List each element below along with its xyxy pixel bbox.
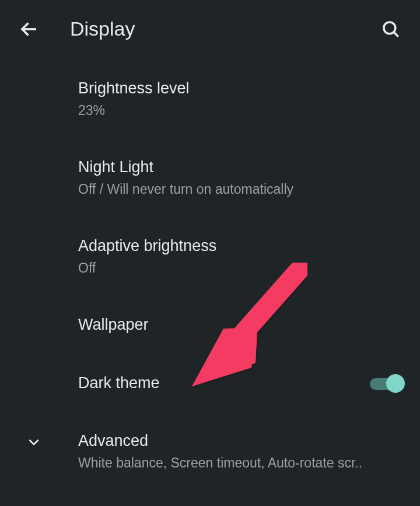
switch-thumb [386,374,405,393]
night-light-title: Night Light [78,157,406,177]
arrow-left-icon [19,19,40,40]
brightness-title: Brightness level [78,78,406,99]
adaptive-title: Adaptive brightness [78,236,406,256]
brightness-subtitle: 23% [78,102,402,120]
advanced-title: Advanced [78,431,406,451]
search-icon [381,19,401,39]
dark-theme-switch[interactable] [370,372,402,393]
expand-chevron [22,434,46,449]
app-header: Display [0,0,420,58]
adaptive-subtitle: Off [78,260,402,277]
svg-line-2 [394,32,398,36]
brightness-level-item[interactable]: Brightness level 23% [78,58,406,137]
night-light-item[interactable]: Night Light Off / Will never turn on aut… [78,137,406,216]
night-light-subtitle: Off / Will never turn on automatically [78,181,402,198]
search-button[interactable] [378,16,404,42]
page-title: Display [70,18,378,40]
back-button[interactable] [16,16,42,42]
advanced-item[interactable]: Advanced White balance, Screen timeout, … [22,411,406,490]
advanced-subtitle: White balance, Screen timeout, Auto-rota… [78,455,402,472]
adaptive-brightness-item[interactable]: Adaptive brightness Off [78,216,406,295]
dark-theme-title: Dark theme [78,373,370,393]
settings-list: Brightness level 23% Night Light Off / W… [0,58,420,490]
wallpaper-item[interactable]: Wallpaper [78,295,406,353]
chevron-down-icon [26,434,41,449]
dark-theme-item[interactable]: Dark theme [78,353,406,411]
svg-point-1 [384,22,396,33]
wallpaper-title: Wallpaper [78,315,406,335]
